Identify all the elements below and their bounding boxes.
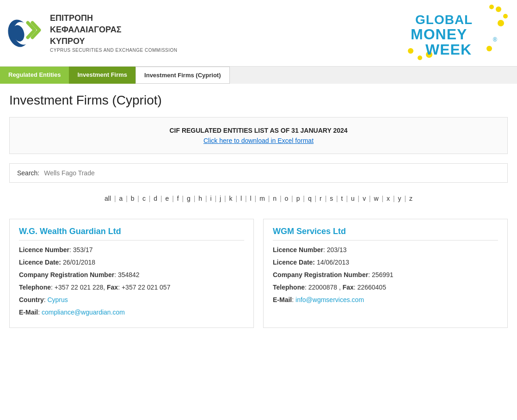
card-row-email: E-Mail: compliance@wguardian.com <box>19 308 244 317</box>
alpha-n[interactable]: n <box>273 195 277 202</box>
email-label: E-Mail <box>19 309 38 316</box>
page-title: Investment Firms (Cypriot) <box>0 84 517 117</box>
alpha-a[interactable]: a <box>119 195 123 202</box>
licence-date-label-2: Licence Date: <box>273 259 315 266</box>
card-row-reg-number: Company Registration Number: 354842 <box>19 270 244 280</box>
search-label: Search: <box>17 169 39 177</box>
reg-number-label-2: Company Registration Number <box>273 271 368 278</box>
card-row-telephone: Telephone: +357 22 021 228, Fax: +357 22… <box>19 283 244 292</box>
alpha-y[interactable]: y <box>398 195 401 202</box>
alpha-q[interactable]: q <box>308 195 312 202</box>
logo-greek-line2: ΚΕΦΑΛΑΙΑΓΟΡΑΣ <box>50 24 178 36</box>
svg-point-6 <box>496 6 501 12</box>
alpha-b[interactable]: b <box>131 195 135 202</box>
card-title-wg-wealth[interactable]: W.G. Wealth Guardian Ltd <box>19 227 244 241</box>
country-value[interactable]: Cyprus <box>47 296 68 303</box>
fax-label: Fax <box>107 284 118 291</box>
card-row-licence-date: Licence Date: 26/01/2018 <box>19 258 244 267</box>
alpha-w[interactable]: w <box>374 195 379 202</box>
logo-text: ΕΠΙΤΡΟΠΗ ΚΕΦΑΛΑΙΑΓΟΡΑΣ ΚΥΠΡΟΥ CYPRUS SEC… <box>50 12 178 54</box>
card-row-country: Country: Cyprus <box>19 295 244 305</box>
card-row-reg-number-2: Company Registration Number: 256991 <box>273 270 498 280</box>
reg-number-value-2: 256991 <box>372 271 394 278</box>
alpha-g[interactable]: g <box>187 195 191 202</box>
nav-item-regulated-entities[interactable]: Regulated Entities <box>0 67 69 84</box>
svg-point-7 <box>503 14 508 19</box>
info-box: CIF REGULATED ENTITIES LIST AS OF 31 JAN… <box>9 117 508 154</box>
alpha-x[interactable]: x <box>387 195 390 202</box>
email-value[interactable]: compliance@wguardian.com <box>42 309 125 316</box>
alpha-k[interactable]: k <box>229 195 233 202</box>
svg-text:®: ® <box>493 37 497 43</box>
header: ΕΠΙΤΡΟΠΗ ΚΕΦΑΛΑΙΑΓΟΡΑΣ ΚΥΠΡΟΥ CYPRUS SEC… <box>0 0 517 67</box>
card-title-wgm-services[interactable]: WGM Services Ltd <box>273 227 498 241</box>
fax-label-2: Fax <box>343 284 354 291</box>
svg-point-13 <box>486 46 492 51</box>
licence-number-value-2: 203/13 <box>327 246 347 253</box>
telephone-label: Telephone <box>19 284 51 291</box>
telephone-label-2: Telephone <box>273 284 305 291</box>
alpha-s[interactable]: s <box>330 195 333 202</box>
alphabet-filter: all | a | b | c | d | e | f | g | h | i … <box>9 192 508 205</box>
card-wgm-services: WGM Services Ltd Licence Number: 203/13 … <box>263 219 508 328</box>
search-bar: Search: <box>9 163 508 183</box>
svg-text:GLOBAL: GLOBAL <box>415 12 473 27</box>
alpha-r[interactable]: r <box>320 195 322 202</box>
fax-value-2: 22660405 <box>357 284 386 291</box>
telephone-value-2: 22000878 <box>308 284 337 291</box>
licence-number-value: : 353/17 <box>69 246 93 253</box>
licence-number-label: Licence Number <box>19 246 69 253</box>
svg-point-4 <box>418 56 422 60</box>
country-label: Country <box>19 296 44 303</box>
card-wg-wealth: W.G. Wealth Guardian Ltd Licence Number:… <box>9 219 254 328</box>
cards-container: W.G. Wealth Guardian Ltd Licence Number:… <box>0 214 517 337</box>
alpha-e[interactable]: e <box>166 195 169 202</box>
alpha-c[interactable]: c <box>142 195 146 202</box>
email-label-2: E-Mail <box>273 296 292 303</box>
logo-english: CYPRUS SECURITIES AND EXCHANGE COMMISSIO… <box>50 47 178 54</box>
card-row-licence-number: Licence Number: 353/17 <box>19 245 244 255</box>
alpha-f[interactable]: f <box>177 195 179 202</box>
alpha-l1[interactable]: l <box>240 195 242 202</box>
logo-greek-line3: ΚΥΠΡΟΥ <box>50 36 178 47</box>
download-excel-link[interactable]: Click here to download in Excel format <box>19 137 498 144</box>
alpha-j[interactable]: j <box>220 195 221 202</box>
alpha-z[interactable]: z <box>409 195 412 202</box>
cysec-logo-icon <box>5 12 46 54</box>
licence-number-label-2: Licence Number <box>273 246 323 253</box>
card-row-email-2: E-Mail: info@wgmservices.com <box>273 295 498 305</box>
alpha-v[interactable]: v <box>363 195 366 202</box>
alpha-h[interactable]: h <box>198 195 202 202</box>
alpha-i[interactable]: i <box>210 195 212 202</box>
cysec-logo-area: ΕΠΙΤΡΟΠΗ ΚΕΦΑΛΑΙΑΓΟΡΑΣ ΚΥΠΡΟΥ CYPRUS SEC… <box>5 12 178 54</box>
licence-date-label: Licence Date: <box>19 259 61 266</box>
alpha-d[interactable]: d <box>154 195 157 202</box>
alpha-o[interactable]: o <box>284 195 288 202</box>
svg-point-3 <box>408 48 413 54</box>
svg-text:MONEY: MONEY <box>411 26 467 43</box>
card-row-licence-date-2: Licence Date: 14/06/2013 <box>273 258 498 267</box>
info-box-title: CIF REGULATED ENTITIES LIST AS OF 31 JAN… <box>19 127 498 134</box>
card-row-licence-number-2: Licence Number: 203/13 <box>273 245 498 255</box>
alpha-all[interactable]: all <box>105 195 111 202</box>
search-input[interactable] <box>44 169 183 177</box>
card-row-telephone-2: Telephone: 22000878 , Fax: 22660405 <box>273 283 498 292</box>
alpha-m[interactable]: m <box>259 195 265 202</box>
svg-point-9 <box>489 5 494 9</box>
gmw-logo: GLOBAL MONEY WEEK ® <box>406 5 508 62</box>
licence-date-value: 26/01/2018 <box>61 259 95 266</box>
alpha-p[interactable]: p <box>296 195 300 202</box>
licence-date-value-2: 14/06/2013 <box>317 259 349 266</box>
telephone-value: +357 22 021 228 <box>55 284 104 291</box>
alpha-l2[interactable]: l <box>250 195 252 202</box>
fax-value: +357 22 021 057 <box>122 284 171 291</box>
svg-point-8 <box>498 20 504 26</box>
nav-item-investment-firms[interactable]: Investment Firms <box>69 67 135 84</box>
svg-text:WEEK: WEEK <box>425 41 472 58</box>
alpha-u[interactable]: u <box>351 195 355 202</box>
reg-number-value: : 354842 <box>114 271 140 278</box>
email-value-2[interactable]: info@wgmservices.com <box>295 296 364 303</box>
reg-number-label: Company Registration Number <box>19 271 114 278</box>
nav-item-investment-firms-cypriot[interactable]: Investment Firms (Cypriot) <box>135 67 229 84</box>
alpha-t[interactable]: t <box>341 195 343 202</box>
